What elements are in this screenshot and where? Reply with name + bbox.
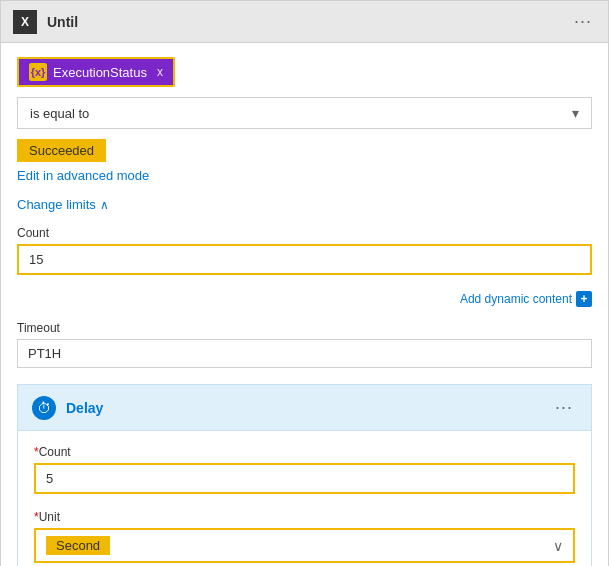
operator-value: is equal to	[30, 106, 89, 121]
header-left: X Until	[13, 10, 78, 34]
token-icon: {x}	[29, 63, 47, 81]
dynamic-content-label: Add dynamic content	[460, 292, 572, 306]
delay-ellipsis-button[interactable]: ···	[551, 395, 577, 420]
until-panel: X Until ··· {x} ExecutionStatus x is equ…	[0, 0, 609, 566]
delay-panel: ⏱ Delay ··· *Count *Unit	[17, 384, 592, 566]
delay-unit-value: Second	[46, 536, 110, 555]
delay-count-field-group: *Count	[34, 445, 575, 498]
panel-header: X Until ···	[1, 1, 608, 43]
token-close-button[interactable]: x	[157, 65, 163, 79]
change-limits-button[interactable]: Change limits ∧	[17, 197, 109, 212]
timeout-input[interactable]	[17, 339, 592, 368]
delay-unit-chevron-icon: ∨	[553, 538, 563, 554]
change-limits-chevron-icon: ∧	[100, 198, 109, 212]
delay-count-input[interactable]	[34, 463, 575, 494]
count-field-group: Count	[17, 226, 592, 279]
delay-title: Delay	[66, 400, 103, 416]
panel-body: {x} ExecutionStatus x is equal to ▾ Succ…	[1, 43, 608, 566]
header-ellipsis-button[interactable]: ···	[570, 9, 596, 34]
execution-status-token[interactable]: {x} ExecutionStatus x	[17, 57, 175, 87]
change-limits-row: Change limits ∧	[17, 197, 592, 212]
change-limits-label: Change limits	[17, 197, 96, 212]
add-dynamic-content-button[interactable]: Add dynamic content +	[460, 291, 592, 307]
delay-count-label: *Count	[34, 445, 575, 459]
operator-dropdown-row: is equal to ▾	[17, 97, 592, 129]
timeout-label: Timeout	[17, 321, 592, 335]
delay-header: ⏱ Delay ···	[18, 385, 591, 431]
succeeded-row: Succeeded	[17, 139, 592, 162]
timeout-field-group: Timeout	[17, 321, 592, 372]
delay-unit-field-group: *Unit Second ∨	[34, 510, 575, 563]
count-label: Count	[17, 226, 592, 240]
dynamic-plus-icon: +	[576, 291, 592, 307]
token-label: ExecutionStatus	[53, 65, 147, 80]
operator-dropdown[interactable]: is equal to ▾	[17, 97, 592, 129]
count-input[interactable]	[17, 244, 592, 275]
header-icon: X	[13, 10, 37, 34]
edit-advanced-mode-link[interactable]: Edit in advanced mode	[17, 168, 592, 183]
token-row: {x} ExecutionStatus x	[17, 57, 592, 87]
delay-body: *Count *Unit Second ∨	[18, 431, 591, 566]
delay-unit-label: *Unit	[34, 510, 575, 524]
delay-unit-dropdown[interactable]: Second ∨	[34, 528, 575, 563]
operator-chevron-icon: ▾	[572, 105, 579, 121]
delay-header-left: ⏱ Delay	[32, 396, 103, 420]
succeeded-badge: Succeeded	[17, 139, 106, 162]
panel-title: Until	[47, 14, 78, 30]
delay-clock-icon: ⏱	[32, 396, 56, 420]
dynamic-content-row: Add dynamic content +	[17, 291, 592, 307]
